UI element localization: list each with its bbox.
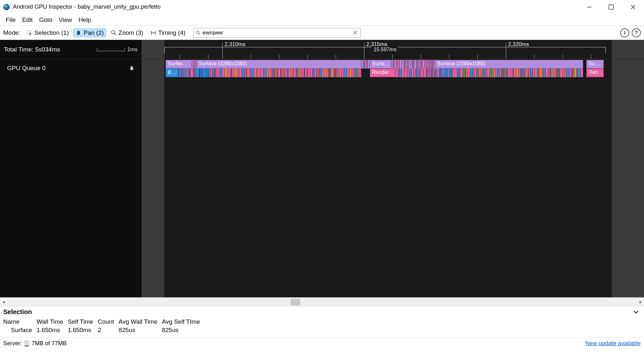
trace-slice[interactable] xyxy=(195,60,197,69)
trace-slice[interactable]: Ren… xyxy=(586,69,604,77)
trace-slice[interactable] xyxy=(347,69,349,77)
trace-slice[interactable] xyxy=(225,69,227,77)
trace-slice[interactable] xyxy=(285,69,287,77)
trace-slice[interactable] xyxy=(314,69,316,77)
trace-slice[interactable] xyxy=(242,69,245,77)
trace-slice[interactable] xyxy=(423,69,426,77)
trace-slice[interactable] xyxy=(420,69,423,77)
trace-slice[interactable] xyxy=(514,69,516,77)
search-box[interactable] xyxy=(193,28,361,38)
trace-slice[interactable] xyxy=(232,69,234,77)
trace-slice[interactable] xyxy=(247,69,250,77)
trace-slice[interactable] xyxy=(269,69,271,77)
trace-slice[interactable]: Surfa… xyxy=(370,60,391,69)
horizontal-scrollbar[interactable]: ◂ ▸ xyxy=(0,297,644,306)
trace-slice[interactable] xyxy=(258,69,261,77)
trace-slice[interactable] xyxy=(254,69,256,77)
search-input[interactable] xyxy=(203,30,353,36)
trace-slice[interactable] xyxy=(397,60,399,69)
trace-slice[interactable] xyxy=(411,69,414,77)
trace-slice[interactable] xyxy=(580,69,583,77)
trace-slice[interactable] xyxy=(417,69,419,77)
timeline-canvas[interactable]: 2,310ms 2,315ms 2,320ms 15.597ms Surf xyxy=(142,40,644,297)
trace-slice[interactable] xyxy=(443,69,446,77)
mode-timing-button[interactable]: Timing (4) xyxy=(148,28,188,38)
trace-slice[interactable] xyxy=(370,60,371,69)
trace-slice[interactable] xyxy=(331,69,333,77)
menu-edit[interactable]: Edit xyxy=(19,15,36,25)
trace-slice[interactable] xyxy=(540,69,542,77)
trace-slice[interactable] xyxy=(341,69,344,77)
trace-slice[interactable] xyxy=(217,69,220,77)
trace-slice[interactable]: Su… xyxy=(586,60,604,69)
trace-slice[interactable]: Render xyxy=(370,69,396,77)
trace-slice[interactable] xyxy=(566,69,569,77)
maximize-button[interactable] xyxy=(600,0,622,14)
trace-slice[interactable] xyxy=(234,69,237,77)
menu-goto[interactable]: Goto xyxy=(36,15,55,25)
trace-slice[interactable] xyxy=(545,69,548,77)
trace-slice[interactable] xyxy=(203,69,206,77)
trace-slice[interactable]: Surface (2280x1080) xyxy=(435,60,583,69)
trace-slice[interactable] xyxy=(560,69,563,77)
trace-slice[interactable] xyxy=(339,69,341,77)
trace-slice[interactable] xyxy=(401,69,404,77)
trace-slice[interactable] xyxy=(508,69,511,77)
mode-pan-button[interactable]: Pan (2) xyxy=(73,28,106,38)
menu-file[interactable]: File xyxy=(3,15,19,25)
trace-slice[interactable] xyxy=(278,69,281,77)
trace-slice[interactable] xyxy=(402,60,404,69)
trace-slice[interactable] xyxy=(437,69,439,77)
track-header[interactable]: GPU Queue 0 xyxy=(0,59,141,77)
trace-slice[interactable] xyxy=(310,69,312,77)
collapse-icon[interactable] xyxy=(632,308,639,317)
scroll-left-button[interactable]: ◂ xyxy=(0,299,7,304)
trace-slice[interactable] xyxy=(251,69,254,77)
trace-slice[interactable]: Surface (2280x1080) xyxy=(197,60,361,69)
trace-slice[interactable] xyxy=(320,69,322,77)
scrollbar-thumb[interactable] xyxy=(291,299,300,305)
table-row[interactable]: Surface 1.650ms 1.650ms 2 825us 825us xyxy=(3,326,205,334)
trace-slice[interactable] xyxy=(361,69,361,77)
trace-slice[interactable] xyxy=(414,60,417,69)
mode-zoom-button[interactable]: Zoom (3) xyxy=(108,28,146,38)
trace-slice[interactable] xyxy=(497,69,500,77)
trace-slice[interactable] xyxy=(184,69,186,77)
trace-slice[interactable] xyxy=(396,69,398,77)
trace-slice[interactable] xyxy=(516,69,518,77)
minimize-button[interactable] xyxy=(578,0,600,14)
scrollbar-track[interactable] xyxy=(7,298,637,306)
trace-slice[interactable] xyxy=(487,69,490,77)
mode-selection-button[interactable]: Selection (1) xyxy=(24,28,72,38)
trace-slice[interactable] xyxy=(399,69,401,77)
update-available-link[interactable]: New update available xyxy=(585,340,641,347)
trace-slice[interactable] xyxy=(197,69,199,77)
trace-slice[interactable] xyxy=(264,69,266,77)
trace-slice[interactable] xyxy=(399,60,402,69)
trace-slice[interactable] xyxy=(220,69,222,77)
trace-slice[interactable] xyxy=(467,69,470,77)
trace-slice[interactable] xyxy=(490,69,492,77)
trace-slice[interactable]: Surfac… xyxy=(166,60,192,69)
menu-view[interactable]: View xyxy=(56,15,75,25)
trace-slice[interactable] xyxy=(409,69,411,77)
trace-slice[interactable] xyxy=(261,69,264,77)
trace-slice[interactable] xyxy=(474,69,476,77)
trace-slice[interactable] xyxy=(424,60,427,69)
trace-slice[interactable] xyxy=(227,69,230,77)
menu-help[interactable]: Help xyxy=(75,15,94,25)
time-ruler[interactable]: 2,310ms 2,315ms 2,320ms 15.597ms xyxy=(142,40,644,59)
trace-slice[interactable] xyxy=(190,69,193,77)
trace-slice[interactable] xyxy=(470,69,473,77)
trace-slice[interactable] xyxy=(222,69,225,77)
trace-slice[interactable] xyxy=(266,69,269,77)
scroll-right-button[interactable]: ▸ xyxy=(637,299,644,304)
trace-slice[interactable] xyxy=(404,69,407,77)
trace-slice[interactable] xyxy=(349,69,352,77)
clear-search-icon[interactable] xyxy=(353,30,359,36)
trace-slice[interactable] xyxy=(530,69,533,77)
trace-slice[interactable] xyxy=(322,69,325,77)
info-button[interactable]: i xyxy=(620,28,629,37)
trace-slice[interactable] xyxy=(460,69,463,77)
trace-slice[interactable] xyxy=(308,69,310,77)
